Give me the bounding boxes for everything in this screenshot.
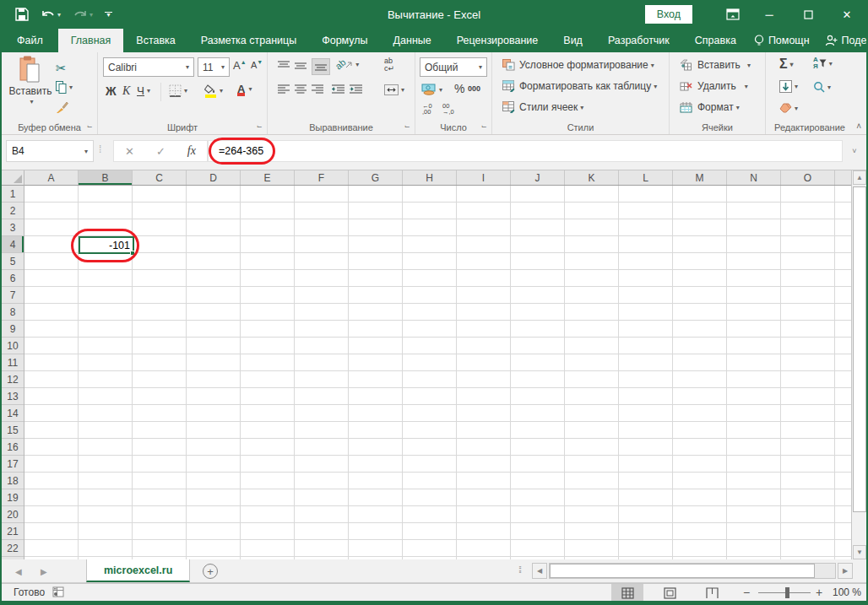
column-header-H[interactable]: H xyxy=(403,170,457,185)
row-header-20[interactable]: 20 xyxy=(2,506,24,523)
zoom-in-button[interactable]: + xyxy=(816,586,822,599)
maximize-button[interactable] xyxy=(789,0,827,29)
shrink-font-button[interactable]: А▼ xyxy=(251,59,263,70)
column-header-B[interactable]: B xyxy=(79,170,133,185)
copy-dropdown-icon[interactable]: ▾ xyxy=(69,84,73,91)
row-header-1[interactable]: 1 xyxy=(2,186,24,203)
column-header-E[interactable]: E xyxy=(241,170,295,185)
format-dropdown-icon[interactable]: ▾ xyxy=(736,104,740,111)
row-header-9[interactable]: 9 xyxy=(2,321,24,338)
zoom-slider-track[interactable] xyxy=(758,592,811,593)
paste-dropdown-icon[interactable]: ▾ xyxy=(30,98,33,105)
horizontal-scrollbar[interactable] xyxy=(549,563,836,579)
cell-styles-dropdown-icon[interactable]: ▾ xyxy=(580,104,583,111)
column-header-A[interactable]: A xyxy=(24,170,79,185)
expand-formula-bar-icon[interactable]: ˅ xyxy=(846,140,863,162)
wrap-text-button[interactable]: ab c↵ xyxy=(384,57,394,73)
tab-page-layout[interactable]: Разметка страницы xyxy=(188,29,309,52)
row-header-18[interactable]: 18 xyxy=(2,473,24,489)
decrease-decimal-button[interactable]: 00→,0 xyxy=(442,103,454,115)
fill-color-dropdown-icon[interactable]: ▾ xyxy=(220,87,223,95)
fill-dropdown-icon[interactable]: ▾ xyxy=(795,83,798,90)
name-box-dropdown-icon[interactable]: ▾ xyxy=(84,148,88,155)
number-dialog-launcher-icon[interactable]: ⌙ xyxy=(480,122,488,131)
insert-dropdown-icon[interactable]: ▾ xyxy=(747,62,751,69)
paste-button[interactable]: Вставить ▾ xyxy=(8,56,52,105)
font-dialog-launcher-icon[interactable]: ⌙ xyxy=(255,122,263,131)
tab-review[interactable]: Рецензирование xyxy=(444,29,551,52)
conditional-dropdown-icon[interactable]: ▾ xyxy=(651,62,654,69)
name-box[interactable]: B4 ▾ xyxy=(6,140,94,162)
underline-button[interactable]: Ч ▾ xyxy=(137,84,150,97)
format-table-dropdown-icon[interactable]: ▾ xyxy=(654,83,657,90)
increase-indent-button[interactable] xyxy=(350,84,362,95)
row-header-11[interactable]: 11 xyxy=(2,354,24,371)
enter-icon[interactable]: ✓ xyxy=(156,145,165,158)
tab-view[interactable]: Вид xyxy=(551,29,595,52)
find-select-button[interactable]: ▾ xyxy=(813,81,831,93)
row-header-16[interactable]: 16 xyxy=(2,439,24,456)
percent-style-button[interactable]: % xyxy=(454,82,464,95)
column-header-L[interactable]: L xyxy=(619,170,673,185)
save-icon[interactable] xyxy=(15,8,29,21)
tab-developer[interactable]: Разработчик xyxy=(595,29,682,52)
column-header-K[interactable]: K xyxy=(565,170,619,185)
format-as-table-button[interactable]: Форматировать как таблицу ▾ xyxy=(502,80,657,92)
column-header-C[interactable]: C xyxy=(133,170,187,185)
zoom-out-button[interactable]: − xyxy=(743,586,750,599)
clipboard-dialog-launcher-icon[interactable]: ⌙ xyxy=(85,122,94,131)
column-header-O[interactable]: O xyxy=(781,170,835,185)
align-top-button[interactable] xyxy=(278,61,290,71)
sheet-tab[interactable]: microexcel.ru xyxy=(86,559,190,582)
comma-style-button[interactable]: 000 xyxy=(468,84,480,93)
grow-font-button[interactable]: А▲ xyxy=(233,59,247,72)
customize-qat-button[interactable]: ▾ xyxy=(105,12,112,17)
collapse-ribbon-icon[interactable]: ˄ xyxy=(856,122,861,131)
borders-button[interactable]: ▾ xyxy=(169,84,187,97)
fill-handle[interactable] xyxy=(130,251,135,256)
row-header-10[interactable]: 10 xyxy=(2,338,24,354)
conditional-formatting-button[interactable]: Условное форматирование ▾ xyxy=(502,59,654,71)
font-color-button[interactable]: А ▾ xyxy=(236,83,252,95)
column-header-G[interactable]: G xyxy=(349,170,403,185)
row-header-22[interactable]: 22 xyxy=(2,540,24,557)
sign-in-button[interactable]: Вход xyxy=(645,5,692,24)
merge-dropdown-icon[interactable]: ▾ xyxy=(401,86,404,94)
column-header-I[interactable]: I xyxy=(457,170,511,185)
delete-cells-button[interactable]: Удалить ▾ xyxy=(680,80,748,92)
tab-data[interactable]: Данные xyxy=(381,29,444,52)
row-header-17[interactable]: 17 xyxy=(2,456,24,473)
row-header-15[interactable]: 15 xyxy=(2,422,24,439)
select-all-button[interactable] xyxy=(2,170,24,186)
undo-dropdown-icon[interactable]: ▾ xyxy=(57,11,61,19)
row-header-12[interactable]: 12 xyxy=(2,371,24,388)
sort-dropdown-icon[interactable]: ▾ xyxy=(829,60,833,68)
row-header-13[interactable]: 13 xyxy=(2,388,24,405)
redo-button[interactable]: ▾ xyxy=(73,8,93,21)
ribbon-display-options-icon[interactable] xyxy=(716,0,750,29)
column-header-F[interactable]: F xyxy=(295,170,349,185)
sheet-next-icon[interactable]: ▶ xyxy=(41,559,47,583)
row-header-6[interactable]: 6 xyxy=(2,270,24,287)
column-header-N[interactable]: N xyxy=(727,170,781,185)
normal-view-button[interactable] xyxy=(611,584,643,602)
clear-dropdown-icon[interactable]: ▾ xyxy=(795,105,798,112)
row-header-3[interactable]: 3 xyxy=(2,219,24,236)
insert-function-button[interactable]: fx xyxy=(187,144,196,158)
accounting-format-button[interactable]: ▾ xyxy=(421,84,442,95)
insert-cells-button[interactable]: Вставить ▾ xyxy=(680,59,751,71)
close-button[interactable]: ✕ xyxy=(827,0,866,29)
row-header-8[interactable]: 8 xyxy=(2,304,24,321)
new-sheet-button[interactable]: + xyxy=(203,564,218,579)
page-layout-button[interactable] xyxy=(654,584,686,602)
copy-button[interactable]: ▾ xyxy=(56,81,73,94)
tab-file[interactable]: Файл xyxy=(2,29,58,52)
row-header-7[interactable]: 7 xyxy=(2,287,24,304)
align-left-button[interactable] xyxy=(278,84,290,95)
font-color-dropdown-icon[interactable]: ▾ xyxy=(248,85,252,93)
tab-help[interactable]: Справка xyxy=(682,29,749,52)
cells-area[interactable] xyxy=(24,186,851,559)
scrollbar-splitter[interactable]: ⁞⁞ xyxy=(518,564,520,575)
accounting-dropdown-icon[interactable]: ▾ xyxy=(439,86,442,94)
zoom-slider-thumb[interactable] xyxy=(785,587,789,598)
